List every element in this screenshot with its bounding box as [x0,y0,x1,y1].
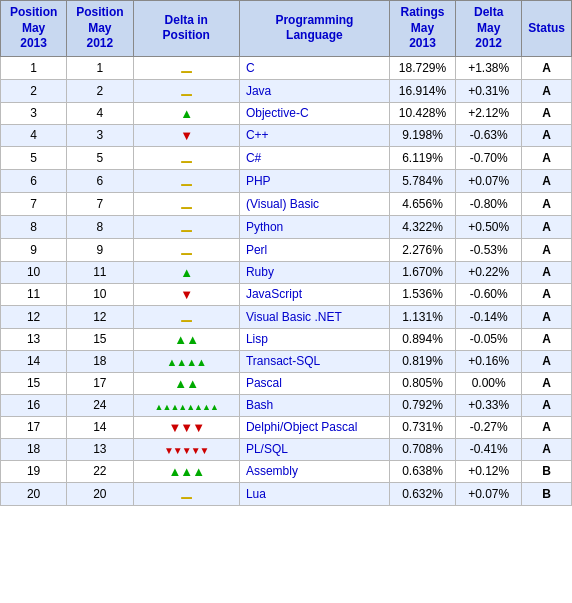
pos-2012: 13 [67,438,133,460]
status-badge: B [522,482,572,505]
language-name: Objective-C [239,102,389,124]
rating-value: 6.119% [389,146,455,169]
language-name: (Visual) Basic [239,192,389,215]
rating-value: 0.805% [389,372,455,394]
delta-indicator: ▲▲▲ [133,460,239,482]
pos-2012: 7 [67,192,133,215]
language-name: Python [239,215,389,238]
language-name: Bash [239,394,389,416]
language-name: C# [239,146,389,169]
delta-rating: -0.80% [456,192,522,215]
header-pos-2012: PositionMay 2012 [67,1,133,57]
header-pos-2013: PositionMay 2013 [1,1,67,57]
delta-rating: +0.12% [456,460,522,482]
delta-indicator: ⚊ [133,238,239,261]
table-row: 13 15 ▲▲ Lisp 0.894% -0.05% A [1,328,572,350]
delta-rating: -0.60% [456,283,522,305]
pos-2012: 14 [67,416,133,438]
delta-indicator: ⚊ [133,56,239,79]
language-name: Lisp [239,328,389,350]
delta-indicator: ▲▲ [133,372,239,394]
rating-value: 4.656% [389,192,455,215]
pos-2012: 24 [67,394,133,416]
delta-rating: -0.63% [456,124,522,146]
table-row: 5 5 ⚊ C# 6.119% -0.70% A [1,146,572,169]
pos-2012: 18 [67,350,133,372]
language-name: C [239,56,389,79]
pos-2013: 15 [1,372,67,394]
language-name: Pascal [239,372,389,394]
delta-rating: -0.05% [456,328,522,350]
delta-indicator: ⚊ [133,169,239,192]
pos-2012: 4 [67,102,133,124]
pos-2012: 20 [67,482,133,505]
status-badge: A [522,238,572,261]
rating-value: 5.784% [389,169,455,192]
rating-value: 0.792% [389,394,455,416]
delta-indicator: ▼ [133,124,239,146]
rating-value: 0.708% [389,438,455,460]
table-row: 9 9 ⚊ Perl 2.276% -0.53% A [1,238,572,261]
table-row: 18 13 ▼▼▼▼▼ PL/SQL 0.708% -0.41% A [1,438,572,460]
table-row: 1 1 ⚊ C 18.729% +1.38% A [1,56,572,79]
table-row: 19 22 ▲▲▲ Assembly 0.638% +0.12% B [1,460,572,482]
delta-rating: +0.16% [456,350,522,372]
delta-rating: -0.53% [456,238,522,261]
language-name: Lua [239,482,389,505]
pos-2012: 11 [67,261,133,283]
pos-2013: 20 [1,482,67,505]
table-row: 20 20 ⚊ Lua 0.632% +0.07% B [1,482,572,505]
status-badge: B [522,460,572,482]
rating-value: 1.670% [389,261,455,283]
delta-rating: 0.00% [456,372,522,394]
status-badge: A [522,169,572,192]
pos-2013: 13 [1,328,67,350]
language-name: Ruby [239,261,389,283]
table-row: 17 14 ▼▼▼ Delphi/Object Pascal 0.731% -0… [1,416,572,438]
delta-rating: +0.22% [456,261,522,283]
delta-rating: +0.33% [456,394,522,416]
pos-2013: 1 [1,56,67,79]
pos-2013: 4 [1,124,67,146]
delta-indicator: ⚊ [133,146,239,169]
pos-2013: 14 [1,350,67,372]
rating-value: 9.198% [389,124,455,146]
language-name: Perl [239,238,389,261]
status-badge: A [522,416,572,438]
pos-2012: 17 [67,372,133,394]
table-row: 8 8 ⚊ Python 4.322% +0.50% A [1,215,572,238]
pos-2012: 12 [67,305,133,328]
rating-value: 18.729% [389,56,455,79]
pos-2013: 12 [1,305,67,328]
rating-value: 0.894% [389,328,455,350]
status-badge: A [522,79,572,102]
status-badge: A [522,328,572,350]
rating-value: 0.638% [389,460,455,482]
language-name: Transact-SQL [239,350,389,372]
delta-rating: +0.07% [456,169,522,192]
language-name: PHP [239,169,389,192]
delta-rating: +1.38% [456,56,522,79]
delta-rating: +2.12% [456,102,522,124]
rating-value: 16.914% [389,79,455,102]
delta-indicator: ▲▲ [133,328,239,350]
pos-2013: 17 [1,416,67,438]
delta-indicator: ⚊ [133,305,239,328]
delta-indicator: ▼▼▼ [133,416,239,438]
delta-rating: -0.41% [456,438,522,460]
table-row: 6 6 ⚊ PHP 5.784% +0.07% A [1,169,572,192]
table-row: 2 2 ⚊ Java 16.914% +0.31% A [1,79,572,102]
status-badge: A [522,283,572,305]
status-badge: A [522,56,572,79]
status-badge: A [522,192,572,215]
table-row: 11 10 ▼ JavaScript 1.536% -0.60% A [1,283,572,305]
delta-indicator: ⚊ [133,192,239,215]
status-badge: A [522,438,572,460]
status-badge: A [522,124,572,146]
status-badge: A [522,372,572,394]
pos-2012: 2 [67,79,133,102]
pos-2012: 22 [67,460,133,482]
pos-2013: 9 [1,238,67,261]
rating-value: 1.536% [389,283,455,305]
pos-2013: 7 [1,192,67,215]
